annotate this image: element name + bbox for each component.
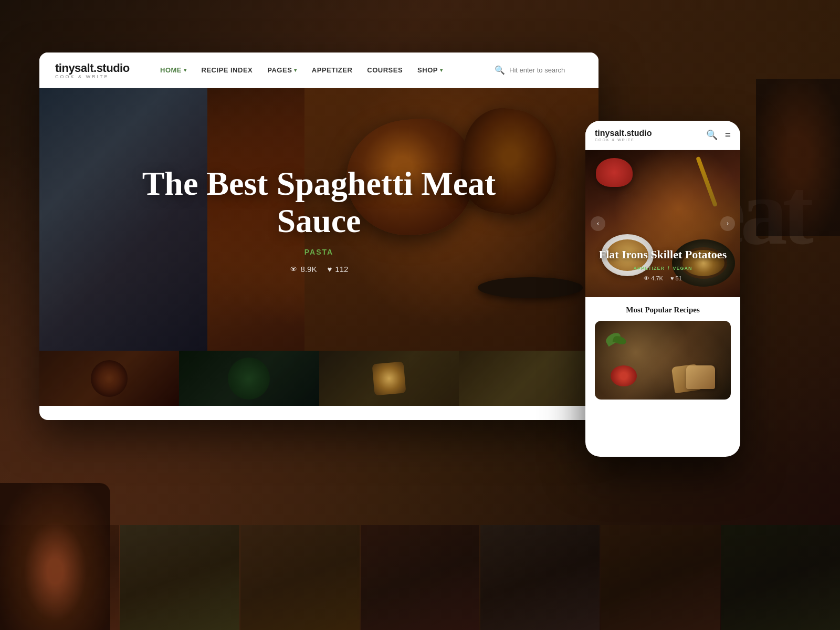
sauce-bowl <box>596 158 633 187</box>
thumbnail-4[interactable] <box>459 351 598 406</box>
mobile-hero-stats: 👁 4.7K ♥ 51 <box>596 275 730 281</box>
mobile-navigation: tinysalt.studio COOK & WRITE 🔍 ≡ <box>585 121 740 150</box>
mobile-logo[interactable]: tinysalt.studio COOK & WRITE <box>595 129 706 142</box>
mobile-search-icon[interactable]: 🔍 <box>706 129 718 141</box>
bg-grid-2 <box>120 525 239 630</box>
mobile-hero-content: Flat Irons Skillet Potatoes APPETIZER / … <box>585 248 740 281</box>
mobile-logo-tagline: COOK & WRITE <box>595 138 706 142</box>
nav-shop[interactable]: SHOP ▾ <box>417 66 443 74</box>
nav-links-container: HOME ▾ RECIPE INDEX PAGES ▾ APPETIZER CO… <box>160 66 495 74</box>
thumbnail-3[interactable] <box>319 351 459 406</box>
chevron-down-icon-pages: ▾ <box>294 67 297 73</box>
mobile-popular-title: Most Popular Recipes <box>595 306 731 314</box>
heart-icon: ♥ <box>327 265 332 274</box>
hero-content: The Best Spaghetti Meat Sauce PASTA 👁 8.… <box>39 88 598 351</box>
mobile-recipe-card[interactable] <box>595 321 731 400</box>
desktop-browser-mockup: tinysalt.studio COOK & WRITE HOME ▾ RECI… <box>39 52 598 420</box>
fork-icon <box>696 156 718 207</box>
mobile-menu-icon[interactable]: ≡ <box>725 129 731 141</box>
thumb-food-3 <box>372 361 406 395</box>
thumbnail-2[interactable] <box>179 351 319 406</box>
mobile-category-1[interactable]: APPETIZER <box>633 266 665 271</box>
left-arrow-icon: ‹ <box>597 219 600 228</box>
hero-title: The Best Spaghetti Meat Sauce <box>109 165 529 239</box>
nav-home[interactable]: HOME ▾ <box>160 66 187 74</box>
desktop-hero: The Best Spaghetti Meat Sauce PASTA 👁 8.… <box>39 88 598 351</box>
background-food-grid <box>0 525 840 630</box>
desktop-logo[interactable]: tinysalt.studio COOK & WRITE <box>55 61 139 79</box>
search-input[interactable] <box>509 66 583 74</box>
toast-shape-front <box>686 365 715 389</box>
bg-grid-5 <box>480 525 600 630</box>
bg-grid-4 <box>361 525 480 630</box>
thumb-food-1 <box>91 360 128 397</box>
nav-pages[interactable]: PAGES ▾ <box>267 66 297 74</box>
desktop-navigation: tinysalt.studio COOK & WRITE HOME ▾ RECI… <box>39 52 598 88</box>
mobile-views: 👁 4.7K <box>644 275 663 281</box>
mobile-hero-categories: APPETIZER / VEGAN <box>596 266 730 271</box>
mobile-likes: ♥ 51 <box>670 275 682 281</box>
sauce-decor <box>611 365 637 386</box>
mobile-category-2[interactable]: VEGAN <box>673 266 692 271</box>
mobile-hero-title: Flat Irons Skillet Potatoes <box>596 248 730 261</box>
leaf-decor-2 <box>612 334 627 346</box>
nav-courses[interactable]: COURSES <box>367 66 403 74</box>
desktop-search[interactable]: 🔍 <box>495 65 583 75</box>
background-food-left <box>0 483 110 630</box>
hero-category[interactable]: PASTA <box>304 248 333 256</box>
nav-appetizer[interactable]: APPETIZER <box>312 66 352 74</box>
logo-tagline: COOK & WRITE <box>55 74 139 79</box>
mobile-nav-icons: 🔍 ≡ <box>706 129 731 141</box>
thumb-food-2 <box>228 358 270 400</box>
mobile-popular-section: Most Popular Recipes <box>585 297 740 400</box>
thumbnail-strip <box>39 351 598 406</box>
right-arrow-icon: › <box>727 219 729 228</box>
eye-icon-mobile: 👁 <box>644 275 649 281</box>
mobile-category-sep: / <box>668 266 670 271</box>
chevron-down-icon: ▾ <box>184 67 187 73</box>
bg-grid-7 <box>721 525 840 630</box>
bg-grid-6 <box>601 525 720 630</box>
mobile-card-background <box>595 321 731 400</box>
hero-views: 👁 8.9K <box>290 265 317 274</box>
chevron-down-icon-shop: ▾ <box>440 67 443 73</box>
prev-arrow[interactable]: ‹ <box>591 216 605 231</box>
mobile-hero-arrows: ‹ › <box>585 216 740 231</box>
search-icon: 🔍 <box>495 65 505 75</box>
logo-name: tinysalt.studio <box>55 61 139 75</box>
hero-stats: 👁 8.9K ♥ 112 <box>290 265 349 274</box>
background-food-right <box>756 79 840 236</box>
mobile-hero: ‹ › Flat Irons Skillet Potatoes APPETIZE… <box>585 150 740 297</box>
bg-grid-3 <box>240 525 360 630</box>
next-arrow[interactable]: › <box>720 216 735 231</box>
heart-icon-mobile: ♥ <box>670 275 674 281</box>
mobile-browser-mockup: tinysalt.studio COOK & WRITE 🔍 ≡ <box>585 121 740 457</box>
mobile-logo-name: tinysalt.studio <box>595 129 706 138</box>
nav-recipe-index[interactable]: RECIPE INDEX <box>202 66 253 74</box>
eye-icon: 👁 <box>290 265 298 274</box>
hero-likes: ♥ 112 <box>327 265 348 274</box>
thumbnail-1[interactable] <box>39 351 179 406</box>
